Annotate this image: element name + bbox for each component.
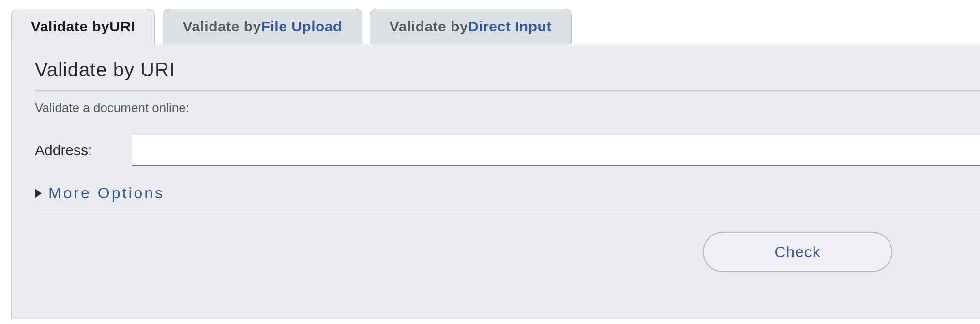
panel-subtitle: Validate a document online: xyxy=(35,101,980,116)
tabs: Validate by URI Validate by File Upload … xyxy=(11,9,572,44)
address-label: Address: xyxy=(35,142,132,159)
address-input[interactable] xyxy=(132,135,980,166)
tab-label-accent: Direct Input xyxy=(468,18,552,35)
divider xyxy=(35,209,980,209)
tab-label-prefix: Validate by xyxy=(390,18,468,35)
tab-validate-by-file-upload[interactable]: Validate by File Upload xyxy=(163,9,362,44)
tab-label-accent: File Upload xyxy=(261,18,342,35)
tab-label-accent: URI xyxy=(109,18,135,35)
tab-validate-by-uri[interactable]: Validate by URI xyxy=(11,9,155,44)
tab-validate-by-direct-input[interactable]: Validate by Direct Input xyxy=(370,9,572,44)
address-row: Address: xyxy=(35,135,980,166)
content-panel: Validate by URI Validate a document onli… xyxy=(11,44,980,319)
tab-label-prefix: Validate by xyxy=(31,18,109,35)
tab-label-prefix: Validate by xyxy=(182,18,261,35)
check-button[interactable]: Check xyxy=(703,232,892,272)
more-options-toggle[interactable]: More Options xyxy=(35,184,165,202)
panel-heading: Validate by URI xyxy=(35,59,980,81)
divider xyxy=(35,90,980,91)
more-options-label: More Options xyxy=(48,184,165,202)
triangle-right-icon xyxy=(35,189,42,198)
